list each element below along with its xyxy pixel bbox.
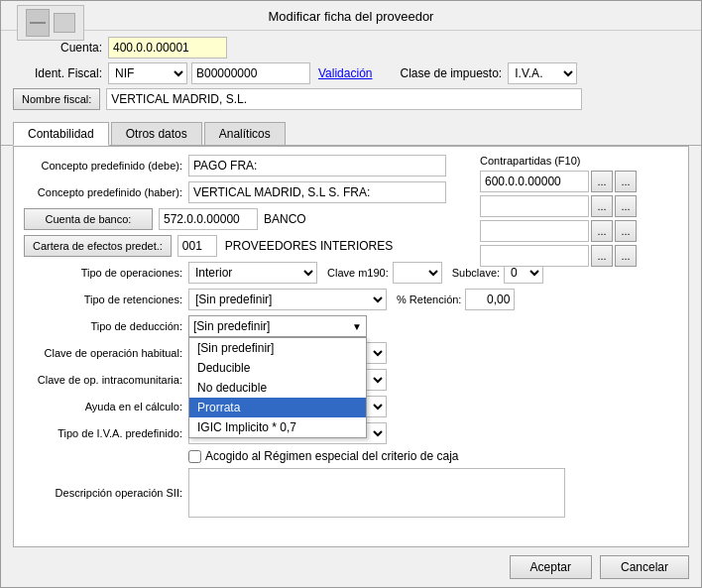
descripcion-textarea[interactable] bbox=[188, 468, 565, 518]
contrapartidas-title: Contrapartidas (F10) bbox=[480, 155, 678, 167]
cuenta-banco-input[interactable] bbox=[159, 208, 258, 230]
nombre-fiscal-input[interactable] bbox=[106, 88, 582, 110]
contrapart-input-3[interactable] bbox=[480, 220, 589, 242]
ayuda-calculo-label: Ayuda en el cálculo: bbox=[24, 401, 182, 412]
tipo-deduccion-arrow[interactable]: ▼ bbox=[352, 321, 362, 332]
validacion-link[interactable]: Validación bbox=[318, 66, 372, 80]
main-window: Modificar ficha del proveedor Cuenta: Id… bbox=[0, 0, 702, 588]
ident-value-input[interactable] bbox=[191, 62, 310, 84]
tipo-deduccion-dropdown: [Sin predefinir] Deducible No deducible … bbox=[188, 337, 367, 438]
concepto-debe-label: Concepto predefinido (debe): bbox=[24, 160, 182, 172]
cuenta-input[interactable] bbox=[108, 37, 227, 59]
contrapart-input-2[interactable] bbox=[480, 195, 589, 217]
tipo-deduccion-label: Tipo de deducción: bbox=[24, 320, 182, 332]
concepto-haber-label: Concepto predefinido (haber): bbox=[24, 186, 182, 198]
contrapart-input-1[interactable] bbox=[480, 171, 589, 192]
contrapart-btn-2a[interactable]: ... bbox=[591, 195, 613, 217]
main-content: Contrapartidas (F10) ... ... ... ... ...… bbox=[13, 146, 689, 547]
clave-op-habitual-label: Clave de operación habitual: bbox=[24, 347, 182, 359]
dropdown-item-igic[interactable]: IGIC Implicito * 0,7 bbox=[189, 417, 366, 437]
retencion-pct-label: % Retención: bbox=[397, 294, 461, 305]
contrapart-btn-4a[interactable]: ... bbox=[591, 245, 613, 267]
contrapart-row-3: ... ... bbox=[480, 220, 678, 242]
acogido-label: Acogido al Régimen especial del criterio… bbox=[205, 449, 458, 463]
contrapart-row-1: ... ... bbox=[480, 171, 678, 192]
tipo-retenciones-select[interactable]: [Sin predefinir] bbox=[188, 289, 387, 310]
ident-type-select[interactable]: NIF bbox=[108, 62, 187, 84]
retencion-pct-input[interactable] bbox=[465, 289, 515, 310]
cuenta-banco-desc: BANCO bbox=[264, 212, 306, 226]
clase-impuesto-select[interactable]: I.V.A. bbox=[508, 62, 577, 84]
contrapart-btn-3a[interactable]: ... bbox=[591, 220, 613, 242]
tipo-retenciones-label: Tipo de retenciones: bbox=[24, 294, 182, 305]
window-icon bbox=[17, 5, 84, 41]
clave-op-intra-label: Clave de op. intracomunitaria: bbox=[24, 374, 182, 386]
dropdown-item-sin-predefinir[interactable]: [Sin predefinir] bbox=[189, 338, 366, 358]
contrapart-btn-4b[interactable]: ... bbox=[615, 245, 637, 267]
tab-contabilidad[interactable]: Contabilidad bbox=[13, 122, 109, 146]
descripcion-row: Descripción operación SII: bbox=[24, 468, 678, 518]
cuenta-banco-btn[interactable]: Cuenta de banco: bbox=[24, 208, 153, 230]
clave-m190-select[interactable] bbox=[393, 262, 442, 284]
contrapart-btn-1a[interactable]: ... bbox=[591, 171, 613, 192]
tipo-deduccion-wrapper: [Sin predefinir] ▼ [Sin predefinir] Dedu… bbox=[188, 315, 367, 337]
cancelar-button[interactable]: Cancelar bbox=[600, 555, 689, 579]
concepto-debe-input[interactable] bbox=[188, 155, 446, 176]
tipo-operaciones-label: Tipo de operaciones: bbox=[24, 267, 182, 279]
contrapart-input-4[interactable] bbox=[480, 245, 589, 267]
acogido-row: Acogido al Régimen especial del criterio… bbox=[188, 449, 678, 463]
tipo-deduccion-value: [Sin predefinir] bbox=[193, 319, 352, 333]
tipo-iva-label: Tipo de I.V.A. predefinido: bbox=[24, 427, 182, 439]
contrapart-row-4: ... ... bbox=[480, 245, 678, 267]
nombre-fiscal-btn[interactable]: Nombre fiscal: bbox=[13, 88, 100, 110]
tipo-retenciones-row: Tipo de retenciones: [Sin predefinir] % … bbox=[24, 289, 678, 310]
contrapart-btn-3b[interactable]: ... bbox=[615, 220, 637, 242]
cartera-input[interactable] bbox=[177, 235, 217, 257]
dropdown-item-deducible[interactable]: Deducible bbox=[189, 358, 366, 378]
bottom-buttons: Aceptar Cancelar bbox=[1, 547, 701, 587]
tabs-bar: Contabilidad Otros datos Analíticos bbox=[1, 118, 701, 146]
cartera-btn[interactable]: Cartera de efectos predet.: bbox=[24, 235, 172, 257]
dropdown-item-no-deducible[interactable]: No deducible bbox=[189, 378, 366, 398]
acogido-checkbox[interactable] bbox=[188, 450, 201, 463]
cuenta-label: Cuenta: bbox=[13, 41, 102, 55]
clave-m190-label: Clave m190: bbox=[327, 267, 389, 279]
tab-analiticos[interactable]: Analíticos bbox=[204, 122, 286, 145]
descripcion-label: Descripción operación SII: bbox=[24, 487, 182, 499]
contrapart-row-2: ... ... bbox=[480, 195, 678, 217]
tab-otros-datos[interactable]: Otros datos bbox=[111, 122, 202, 145]
top-section: Cuenta: Ident. Fiscal: NIF Validación Cl… bbox=[1, 31, 701, 118]
dropdown-item-prorrata[interactable]: Prorrata bbox=[189, 398, 366, 417]
contrapart-btn-1b[interactable]: ... bbox=[615, 171, 637, 192]
clase-impuesto-label: Clase de impuesto: bbox=[400, 66, 502, 80]
cartera-desc: PROVEEDORES INTERIORES bbox=[225, 239, 393, 253]
aceptar-button[interactable]: Aceptar bbox=[510, 555, 592, 579]
contrapart-btn-2b[interactable]: ... bbox=[615, 195, 637, 217]
tipo-operaciones-select[interactable]: Interior bbox=[188, 262, 317, 284]
ident-fiscal-label: Ident. Fiscal: bbox=[13, 66, 102, 80]
window-title: Modificar ficha del proveedor bbox=[269, 9, 434, 24]
tipo-deduccion-row: Tipo de deducción: [Sin predefinir] ▼ [S… bbox=[24, 315, 678, 337]
contrapartidas-panel: Contrapartidas (F10) ... ... ... ... ...… bbox=[480, 155, 678, 270]
concepto-haber-input[interactable] bbox=[188, 181, 446, 203]
